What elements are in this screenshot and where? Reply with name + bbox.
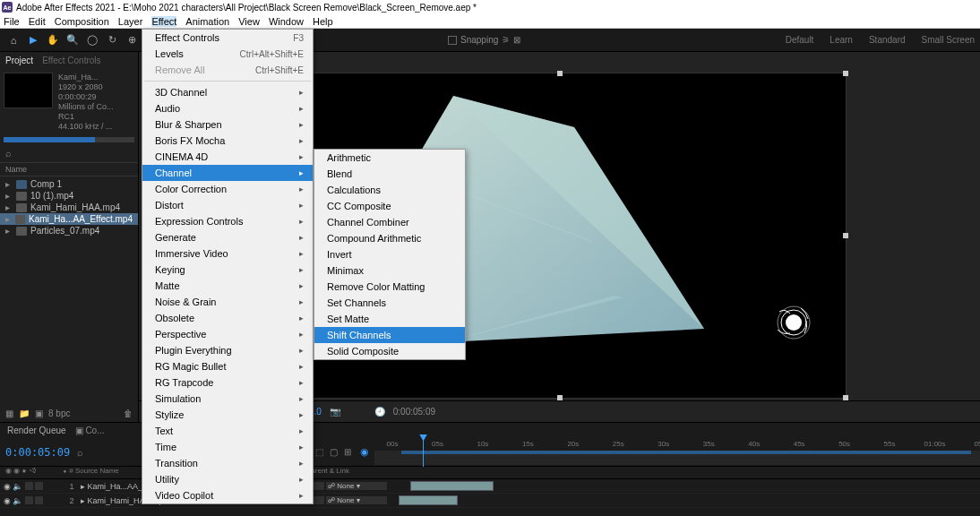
- graph-editor-icon[interactable]: ⬚: [314, 447, 324, 458]
- menu-category[interactable]: 3D Channel▸: [142, 84, 313, 100]
- current-timecode[interactable]: 0:00:05:09: [5, 446, 70, 459]
- submenu-item[interactable]: Minimax: [314, 262, 465, 279]
- new-folder-icon[interactable]: 📁: [19, 408, 30, 418]
- timeline-search-icon[interactable]: ⌕: [77, 447, 83, 458]
- submenu-item[interactable]: Shift Channels: [314, 327, 465, 343]
- menu-category[interactable]: Transition▸: [142, 455, 313, 471]
- menu-category[interactable]: Keying▸: [142, 262, 313, 278]
- project-item[interactable]: ▸Kami_Hami_HAA.mp4: [0, 202, 138, 213]
- lock-toggle[interactable]: [35, 496, 43, 504]
- menu-category[interactable]: RG Magic Bullet▸: [142, 358, 313, 374]
- submenu-item[interactable]: Invert: [314, 246, 465, 262]
- menu-view[interactable]: View: [238, 16, 260, 27]
- menu-category[interactable]: Utility▸: [142, 471, 313, 487]
- project-item[interactable]: ▸Kami_Ha...AA_Effect.mp4: [0, 213, 138, 225]
- menu-composition[interactable]: Composition: [55, 16, 109, 27]
- submenu-item[interactable]: Set Channels: [314, 295, 465, 311]
- submenu-item[interactable]: Solid Composite: [314, 343, 465, 359]
- interpret-icon[interactable]: ▦: [5, 408, 13, 418]
- tab-project[interactable]: Project: [5, 56, 33, 65]
- workspace-learn[interactable]: Learn: [830, 35, 853, 45]
- menu-layer[interactable]: Layer: [118, 16, 143, 27]
- lock-toggle[interactable]: [35, 482, 43, 490]
- menu-category[interactable]: Perspective▸: [142, 326, 313, 342]
- menu-window[interactable]: Window: [269, 16, 304, 27]
- menu-category[interactable]: Stylize▸: [142, 407, 313, 423]
- audio-toggle[interactable]: 🔈: [13, 482, 22, 491]
- project-item[interactable]: ▸10 (1).mp4: [0, 190, 138, 202]
- menu-category[interactable]: Simulation▸: [142, 391, 313, 407]
- menu-category[interactable]: Color Correction▸: [142, 181, 313, 197]
- submenu-item[interactable]: Compound Arithmetic: [314, 230, 465, 246]
- workspace-small[interactable]: Small Screen: [922, 35, 975, 45]
- new-comp-icon[interactable]: ▣: [35, 408, 43, 418]
- solo-toggle[interactable]: [25, 482, 33, 490]
- layer-clip[interactable]: [410, 481, 494, 491]
- draft3d-icon[interactable]: ▢: [328, 447, 339, 458]
- playhead[interactable]: [423, 438, 424, 467]
- parent-dropdown[interactable]: ☍ None ▾: [326, 496, 387, 504]
- parent-dropdown[interactable]: ☍ None ▾: [326, 482, 387, 490]
- switches-icon[interactable]: ⊞: [342, 447, 353, 458]
- menu-effect[interactable]: Effect: [151, 16, 176, 27]
- project-item[interactable]: ▸Comp 1: [0, 178, 138, 190]
- viewer-timecode[interactable]: 0:00:05:09: [393, 407, 435, 417]
- menu-category[interactable]: Time▸: [142, 439, 313, 455]
- tab-comp[interactable]: ▣ Co...: [75, 426, 105, 435]
- menu-item[interactable]: Effect ControlsF3: [142, 30, 313, 46]
- home-icon[interactable]: ⌂: [5, 32, 21, 48]
- submenu-item[interactable]: Remove Color Matting: [314, 279, 465, 295]
- menu-category[interactable]: Obsolete▸: [142, 310, 313, 326]
- snap-opt2-icon[interactable]: ⊠: [513, 35, 520, 45]
- menu-category[interactable]: Blur & Sharpen▸: [142, 116, 313, 133]
- column-header-name[interactable]: Name: [0, 162, 138, 176]
- menu-animation[interactable]: Animation: [185, 16, 229, 27]
- zoom-tool-icon[interactable]: 🔍: [64, 32, 81, 48]
- menu-category[interactable]: Expression Controls▸: [142, 213, 313, 229]
- workspace-standard[interactable]: Standard: [869, 35, 906, 45]
- snapshot-icon[interactable]: 📷: [329, 406, 341, 418]
- selection-tool-icon[interactable]: ▶: [25, 32, 41, 48]
- menu-category[interactable]: RG Trapcode▸: [142, 374, 313, 391]
- audio-toggle[interactable]: 🔈: [13, 496, 22, 505]
- visibility-toggle[interactable]: ◉: [4, 496, 11, 505]
- menu-category[interactable]: Boris FX Mocha▸: [142, 133, 313, 149]
- menu-edit[interactable]: Edit: [29, 16, 46, 27]
- project-search[interactable]: ⌕: [0, 144, 138, 162]
- menu-item[interactable]: LevelsCtrl+Alt+Shift+E: [142, 46, 313, 62]
- bpc-toggle[interactable]: 8 bpc: [48, 408, 70, 418]
- workspace-default[interactable]: Default: [786, 35, 814, 45]
- menu-category[interactable]: CINEMA 4D▸: [142, 149, 313, 165]
- menu-category[interactable]: Generate▸: [142, 229, 313, 245]
- menu-category[interactable]: Distort▸: [142, 197, 313, 213]
- menu-category[interactable]: Noise & Grain▸: [142, 294, 313, 310]
- menu-category[interactable]: Immersive Video▸: [142, 245, 313, 262]
- brainstorm-icon[interactable]: ◉: [360, 446, 369, 458]
- solo-toggle[interactable]: [25, 496, 33, 504]
- menu-category[interactable]: Channel▸: [142, 165, 313, 181]
- trash-icon[interactable]: 🗑: [124, 408, 133, 418]
- hand-tool-icon[interactable]: ✋: [45, 32, 61, 48]
- submenu-item[interactable]: Set Matte: [314, 311, 465, 327]
- submenu-item[interactable]: CC Composite: [314, 198, 465, 214]
- submenu-item[interactable]: Calculations: [314, 182, 465, 198]
- menu-category[interactable]: Audio▸: [142, 100, 313, 116]
- submenu-item[interactable]: Arithmetic: [314, 150, 465, 166]
- menu-help[interactable]: Help: [313, 16, 333, 27]
- orbit-tool-icon[interactable]: ◯: [84, 32, 100, 48]
- snapping-toggle[interactable]: Snapping ⚞ ⊠: [448, 35, 520, 45]
- tab-effect-controls[interactable]: Effect Controls: [42, 56, 100, 65]
- layer-clip[interactable]: [399, 495, 458, 505]
- rotate-tool-icon[interactable]: ↻: [104, 32, 120, 48]
- snap-opt-icon[interactable]: ⚞: [502, 35, 510, 45]
- visibility-toggle[interactable]: ◉: [4, 482, 11, 491]
- menu-category[interactable]: Plugin Everything▸: [142, 342, 313, 358]
- anchor-tool-icon[interactable]: ⊕: [124, 32, 140, 48]
- menu-category[interactable]: Video Copilot▸: [142, 487, 313, 503]
- submenu-item[interactable]: Blend: [314, 166, 465, 182]
- submenu-item[interactable]: Channel Combiner: [314, 214, 465, 230]
- project-item[interactable]: ▸Particles_07.mp4: [0, 225, 138, 236]
- menu-file[interactable]: File: [4, 16, 20, 27]
- menu-category[interactable]: Text▸: [142, 423, 313, 439]
- menu-category[interactable]: Matte▸: [142, 278, 313, 294]
